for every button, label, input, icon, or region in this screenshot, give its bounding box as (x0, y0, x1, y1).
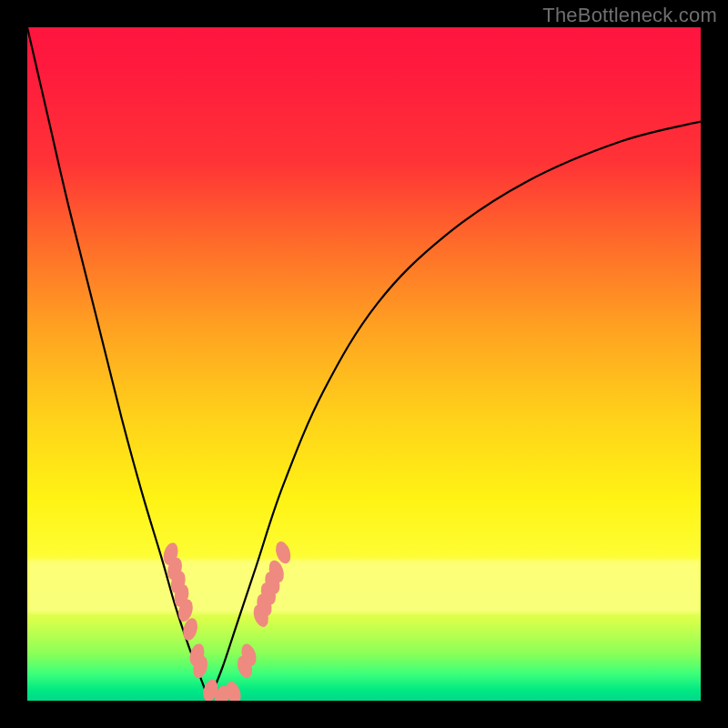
outer-frame: TheBottleneck.com (0, 0, 728, 728)
right-curve (209, 122, 701, 701)
curve-layer (27, 27, 701, 701)
watermark-text: TheBottleneck.com (542, 4, 717, 27)
bead-group (161, 540, 293, 701)
plot-area (27, 27, 701, 701)
